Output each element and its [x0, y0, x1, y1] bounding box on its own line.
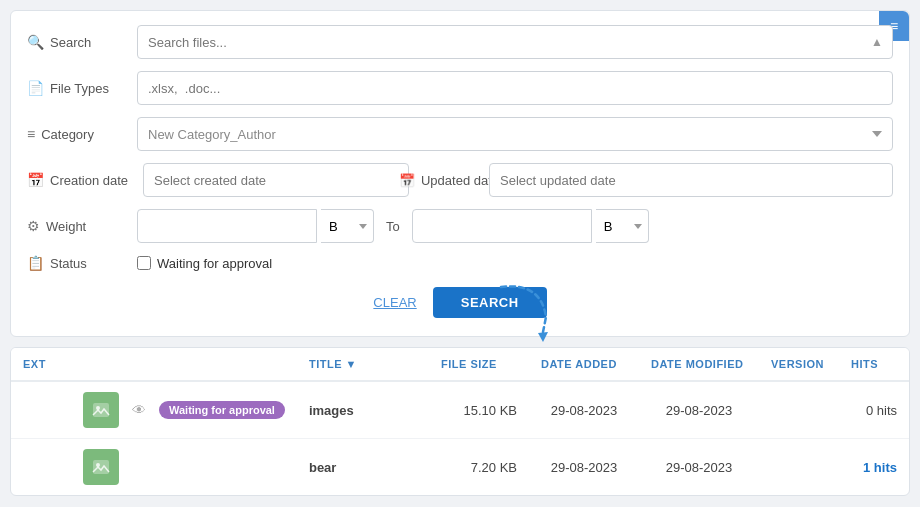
cell-version	[759, 381, 839, 439]
weight-to-unit-select[interactable]: B KB MB GB	[596, 209, 649, 243]
status-icon: 📋	[27, 255, 44, 271]
svg-rect-3	[93, 460, 109, 474]
weight-row: ⚙ Weight B KB MB GB To B KB MB GB	[27, 209, 893, 243]
creation-date-group: 📅 Creation date	[27, 163, 409, 197]
svg-marker-0	[538, 332, 548, 342]
status-row: 📋 Status Waiting for approval	[27, 255, 893, 271]
file-types-label: 📄 File Types	[27, 80, 137, 96]
updated-date-label-group: 📅 Updated date	[409, 173, 489, 188]
page: ≡ 🔍 Search ▲ 📄 File Types ≡ C	[0, 0, 920, 507]
col-header-title[interactable]: TITLE ▼	[297, 348, 429, 381]
waiting-approval-text: Waiting for approval	[157, 256, 272, 271]
col-header-hits: HITS	[839, 348, 909, 381]
cell-hits: 0 hits	[839, 381, 909, 439]
weight-icon: ⚙	[27, 218, 40, 234]
cell-filesize: 15.10 KB	[429, 381, 529, 439]
search-label: 🔍 Search	[27, 34, 137, 50]
col-header-thumb	[71, 348, 297, 381]
eye-icon-button[interactable]: 👁	[125, 396, 153, 424]
weight-from-group: B KB MB GB	[137, 209, 374, 243]
cell-title: images	[297, 381, 429, 439]
table-body: 👁 Waiting for approval images 15.10 KB 2…	[11, 381, 909, 495]
updated-date-input[interactable]	[489, 163, 893, 197]
creation-date-icon: 📅	[27, 172, 44, 188]
search-icon: 🔍	[27, 34, 44, 50]
search-panel: ≡ 🔍 Search ▲ 📄 File Types ≡ C	[10, 10, 910, 337]
cell-thumb: 👁 Waiting for approval	[71, 381, 297, 439]
cell-title: bear	[297, 439, 429, 496]
cell-thumb	[71, 439, 297, 496]
cell-datemodified: 29-08-2023	[639, 439, 759, 496]
col-header-version: VERSION	[759, 348, 839, 381]
waiting-approval-checkbox[interactable]	[137, 256, 151, 270]
weight-to-label: To	[386, 219, 400, 234]
search-button-wrapper: SEARCH	[433, 287, 547, 318]
file-types-input[interactable]	[137, 71, 893, 105]
weight-label: ⚙ Weight	[27, 218, 137, 234]
image-icon	[91, 400, 111, 420]
search-expand-icon[interactable]: ▲	[871, 35, 883, 49]
svg-rect-1	[93, 403, 109, 417]
table-row: 👁 Waiting for approval images 15.10 KB 2…	[11, 381, 909, 439]
weight-from-input[interactable]	[137, 209, 317, 243]
weight-from-unit-select[interactable]: B KB MB GB	[321, 209, 374, 243]
clear-button[interactable]: CLEAR	[373, 295, 416, 310]
results-panel: EXT TITLE ▼ FILE SIZE DATE ADDED DATE MO…	[10, 347, 910, 496]
updated-date-icon: 📅	[399, 173, 415, 188]
category-label: ≡ Category	[27, 126, 137, 142]
creation-date-label: 📅 Creation date	[27, 172, 137, 188]
col-header-dateadded: DATE ADDED	[529, 348, 639, 381]
cell-hits: 1 hits	[839, 439, 909, 496]
actions-row: CLEAR SEARCH	[27, 287, 893, 322]
search-row: 🔍 Search ▲	[27, 25, 893, 59]
cell-datemodified: 29-08-2023	[639, 381, 759, 439]
results-table: EXT TITLE ▼ FILE SIZE DATE ADDED DATE MO…	[11, 348, 909, 495]
cell-dateadded: 29-08-2023	[529, 439, 639, 496]
search-button[interactable]: SEARCH	[433, 287, 547, 318]
cell-version	[759, 439, 839, 496]
file-types-row: 📄 File Types	[27, 71, 893, 105]
hits-value: 0 hits	[866, 403, 897, 418]
search-input-wrapper: ▲	[137, 25, 893, 59]
category-select[interactable]: New Category_Author	[137, 117, 893, 151]
file-thumbnail	[83, 392, 119, 428]
col-header-datemodified: DATE MODIFIED	[639, 348, 759, 381]
approval-badge: Waiting for approval	[159, 401, 285, 419]
cell-ext	[11, 381, 71, 439]
cell-ext	[11, 439, 71, 496]
status-label: 📋 Status	[27, 255, 137, 271]
creation-date-input[interactable]	[143, 163, 409, 197]
waiting-approval-checkbox-label[interactable]: Waiting for approval	[137, 256, 272, 271]
date-row: 📅 Creation date 📅 Updated date	[27, 163, 893, 197]
cell-dateadded: 29-08-2023	[529, 381, 639, 439]
file-thumbnail	[83, 449, 119, 485]
weight-to-group: B KB MB GB	[412, 209, 649, 243]
file-types-icon: 📄	[27, 80, 44, 96]
col-header-ext: EXT	[11, 348, 71, 381]
table-header-row: EXT TITLE ▼ FILE SIZE DATE ADDED DATE MO…	[11, 348, 909, 381]
col-header-filesize: FILE SIZE	[429, 348, 529, 381]
category-row: ≡ Category New Category_Author	[27, 117, 893, 151]
table-row: bear 7.20 KB 29-08-2023 29-08-2023 1 hit…	[11, 439, 909, 496]
search-input[interactable]	[137, 25, 893, 59]
image-icon	[91, 457, 111, 477]
category-icon: ≡	[27, 126, 35, 142]
cell-filesize: 7.20 KB	[429, 439, 529, 496]
weight-to-input[interactable]	[412, 209, 592, 243]
hits-value: 1 hits	[863, 460, 897, 475]
